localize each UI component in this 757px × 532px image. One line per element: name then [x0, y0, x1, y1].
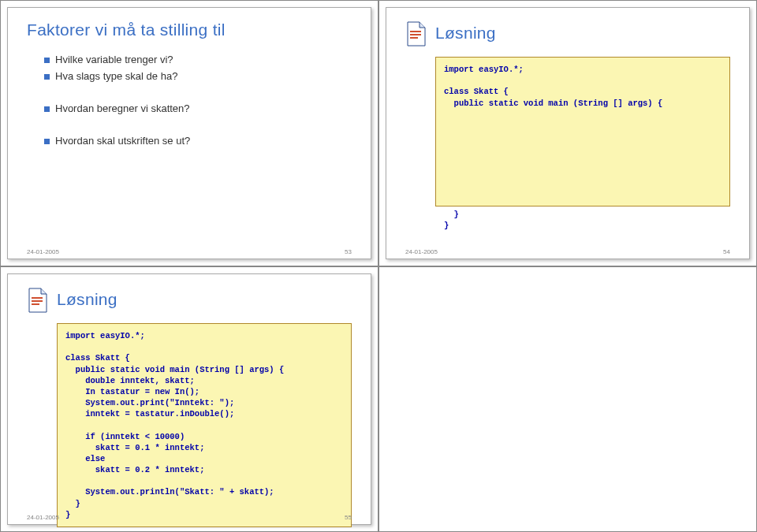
list-item: Hvordan skal utskriften se ut?: [44, 135, 352, 147]
svg-rect-5: [32, 303, 39, 305]
footer-date: 24-01-2005: [27, 248, 59, 255]
document-icon: [27, 287, 49, 314]
page-54: Løsning import easyIO.*; class Skatt { p…: [378, 0, 757, 266]
code-box: import easyIO.*; class Skatt { public st…: [435, 57, 730, 206]
slide: Faktorer vi må ta stilling til Hvilke va…: [7, 7, 371, 259]
slide: Løsning import easyIO.*; class Skatt { p…: [386, 7, 750, 259]
code-box: import easyIO.*; class Skatt { public st…: [57, 323, 352, 527]
slide-footer: 24-01-2005 55: [27, 514, 352, 521]
footer-page: 53: [345, 248, 352, 255]
slide-footer: 24-01-2005 53: [27, 248, 352, 255]
page-55: Løsning import easyIO.*; class Skatt { p…: [0, 266, 378, 532]
list-item: Hvordan beregner vi skatten?: [44, 102, 352, 114]
slide: Løsning import easyIO.*; class Skatt { p…: [7, 273, 371, 525]
svg-rect-1: [410, 34, 421, 35]
slide-title: Løsning: [57, 290, 117, 309]
svg-rect-3: [32, 297, 43, 299]
footer-page: 55: [345, 514, 352, 521]
slide-title: Faktorer vi må ta stilling til: [27, 20, 352, 39]
document-icon: [405, 20, 427, 47]
bullet-list: Hvilke variable trenger vi? Hva slags ty…: [44, 54, 352, 147]
slide-footer: 24-01-2005 54: [405, 248, 730, 255]
list-item: Hva slags type skal de ha?: [44, 70, 352, 82]
footer-date: 24-01-2005: [405, 248, 438, 255]
page-blank: [378, 266, 757, 532]
page-53: Faktorer vi må ta stilling til Hvilke va…: [0, 0, 378, 266]
list-item: Hvilke variable trenger vi?: [44, 54, 352, 65]
footer-page: 54: [723, 248, 730, 255]
svg-rect-0: [410, 31, 421, 32]
slide-title: Løsning: [435, 24, 496, 43]
svg-rect-4: [32, 300, 43, 302]
svg-rect-2: [410, 37, 418, 39]
footer-date: 24-01-2005: [27, 514, 59, 521]
